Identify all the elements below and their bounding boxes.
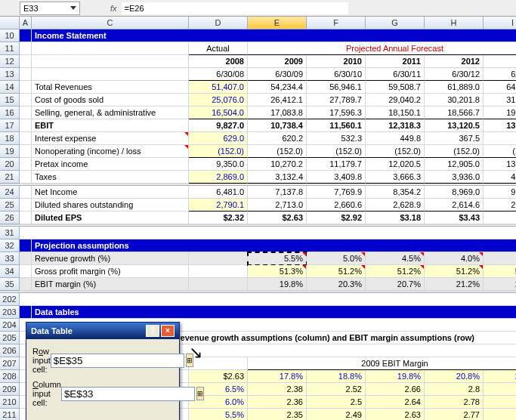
col-header-I[interactable]: I: [484, 17, 516, 29]
label-ebit[interactable]: EBIT: [32, 119, 189, 132]
value-cell[interactable]: $2.63: [248, 212, 307, 224]
col-label[interactable]: 20.8%: [425, 370, 484, 383]
value-cell[interactable]: 3,936.0: [425, 171, 484, 184]
value-cell[interactable]: 9,827.0: [189, 119, 248, 132]
dialog-help-button[interactable]: ?: [146, 325, 159, 337]
value-cell[interactable]: (152.0): [248, 145, 307, 158]
cell[interactable]: [20, 81, 32, 94]
value-cell[interactable]: 5.0%: [307, 252, 366, 265]
dt-cell[interactable]: 2.38: [248, 383, 307, 396]
row-header[interactable]: 24: [0, 186, 20, 199]
value-cell[interactable]: 30,201.8: [425, 94, 484, 107]
row-label[interactable]: 5.5%: [189, 409, 248, 420]
cell[interactable]: [20, 212, 32, 224]
value-cell[interactable]: $3.18: [366, 212, 425, 224]
row-header[interactable]: 26: [0, 212, 20, 224]
section-projection-assumptions[interactable]: Projection assumptions: [32, 239, 516, 252]
value-cell[interactable]: 3,132.4: [248, 171, 307, 184]
row-input-cell[interactable]: [51, 354, 184, 368]
value-cell[interactable]: 3,409.8: [307, 171, 366, 184]
value-cell[interactable]: 12,020.5: [366, 158, 425, 171]
dt-cell[interactable]: 2.77: [425, 409, 484, 420]
value-cell[interactable]: 4.5%: [366, 252, 425, 265]
value-cell[interactable]: 19,373.7: [484, 107, 516, 119]
label-dil-eps[interactable]: Diluted EPS: [32, 212, 189, 224]
row-header[interactable]: 21: [0, 171, 20, 184]
cell[interactable]: [20, 145, 32, 158]
year-cell[interactable]: 2009: [248, 55, 307, 68]
cell[interactable]: [20, 119, 32, 132]
cell[interactable]: [20, 278, 32, 291]
row-header[interactable]: 17: [0, 119, 20, 132]
row-header[interactable]: 31: [0, 227, 20, 239]
range-picker-icon[interactable]: ⊞: [186, 354, 193, 367]
value-cell[interactable]: 367.5: [425, 132, 484, 145]
label-pretax[interactable]: Pretax income: [32, 158, 189, 171]
label-taxes[interactable]: Taxes: [32, 171, 189, 184]
value-cell[interactable]: 31,088.1: [484, 94, 516, 107]
cell[interactable]: [20, 42, 32, 55]
formula-input[interactable]: =E26: [122, 2, 348, 14]
cell[interactable]: [20, 171, 32, 184]
value-cell[interactable]: 289.5: [484, 132, 516, 145]
row-header[interactable]: 34: [0, 265, 20, 278]
cell[interactable]: [32, 55, 189, 68]
value-cell[interactable]: 4,198.4: [484, 171, 516, 184]
year-cell[interactable]: 2011: [366, 55, 425, 68]
value-cell[interactable]: 27,789.7: [307, 94, 366, 107]
cell[interactable]: [20, 199, 32, 212]
value-cell[interactable]: 21.2%: [425, 278, 484, 291]
dt-cell[interactable]: 2.92: [484, 396, 516, 409]
cell[interactable]: [20, 68, 32, 81]
value-cell[interactable]: $2.92: [307, 212, 366, 224]
row-header[interactable]: 19: [0, 145, 20, 158]
label-sga[interactable]: Selling, general, & administrative: [32, 107, 189, 119]
row-header[interactable]: 11: [0, 42, 20, 55]
dt-cell[interactable]: 2.52: [307, 383, 366, 396]
value-cell[interactable]: 8,354.2: [366, 186, 425, 199]
label-rev-growth[interactable]: Revenue growth (%): [32, 252, 189, 265]
date-cell[interactable]: 6/30/08: [189, 68, 248, 81]
value-cell[interactable]: 17,083.8: [248, 107, 307, 119]
dt-cell[interactable]: 2.64: [366, 396, 425, 409]
value-cell[interactable]: 17,596.3: [307, 107, 366, 119]
value-cell[interactable]: 13,120.5: [425, 119, 484, 132]
value-cell[interactable]: 51.2%: [307, 265, 366, 278]
dt-cell[interactable]: 2.8: [425, 383, 484, 396]
cell[interactable]: [189, 278, 248, 291]
value-cell[interactable]: 7,769.9: [307, 186, 366, 199]
cell[interactable]: [189, 357, 248, 370]
label-cogs[interactable]: Cost of goods sold: [32, 94, 189, 107]
row-header[interactable]: 18: [0, 132, 20, 145]
row-header[interactable]: 205: [0, 332, 20, 344]
row-header[interactable]: 32: [0, 239, 20, 252]
cell[interactable]: [20, 186, 32, 199]
cell[interactable]: [20, 132, 32, 145]
header-actual[interactable]: Actual: [189, 42, 248, 55]
value-cell[interactable]: 12,318.3: [366, 119, 425, 132]
year-cell[interactable]: 2010: [307, 55, 366, 68]
value-cell[interactable]: (152.0): [425, 145, 484, 158]
select-all-corner[interactable]: [0, 17, 20, 29]
value-cell[interactable]: 25,076.0: [189, 94, 248, 107]
dt-cell[interactable]: 2.78: [425, 396, 484, 409]
value-cell[interactable]: 51.3%: [248, 265, 307, 278]
value-cell[interactable]: 2,660.6: [307, 199, 366, 212]
value-cell[interactable]: 18,566.7: [425, 107, 484, 119]
dt-cell[interactable]: 2.5: [307, 396, 366, 409]
value-cell[interactable]: 20.7%: [366, 278, 425, 291]
col-header-A[interactable]: A: [20, 17, 32, 29]
value-cell[interactable]: 629.0: [189, 132, 248, 145]
value-cell[interactable]: (152.0): [366, 145, 425, 158]
dt-cell[interactable]: 2.91: [484, 409, 516, 420]
cell[interactable]: [20, 239, 32, 252]
dt-cell[interactable]: 2.94: [484, 383, 516, 396]
value-cell[interactable]: 6,481.0: [189, 186, 248, 199]
value-cell[interactable]: 13,765.3: [484, 158, 516, 171]
cell[interactable]: [20, 252, 32, 265]
dialog-titlebar[interactable]: Data Table ? ×: [26, 323, 179, 339]
label-total-revenues[interactable]: Total Revenues: [32, 81, 189, 94]
row-header[interactable]: 208: [0, 370, 20, 383]
dt-cell[interactable]: 2.35: [248, 409, 307, 420]
col-header-F[interactable]: F: [307, 17, 366, 29]
